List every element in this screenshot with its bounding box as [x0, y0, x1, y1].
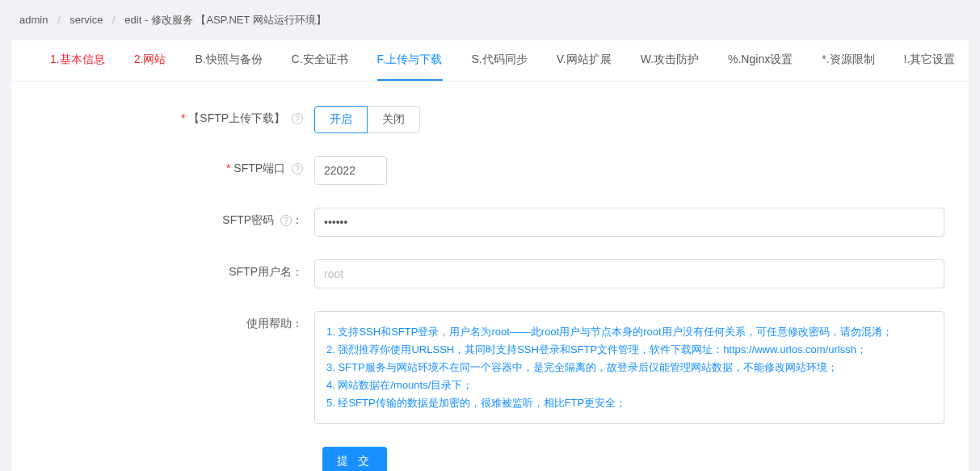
row-sftp-switch: *【SFTP上传下载】 ? 开启 关闭 [36, 106, 944, 133]
tab-codesync[interactable]: S.代码同步 [472, 40, 528, 81]
tab-resource[interactable]: *.资源限制 [822, 40, 874, 81]
sftp-switch-group: 开启 关闭 [314, 106, 420, 133]
breadcrumb: admin / service / edit - 修改服务 【ASP.NET 网… [0, 0, 980, 40]
tab-snapshot[interactable]: B.快照与备份 [195, 40, 262, 81]
tab-website[interactable]: 2.网站 [134, 40, 166, 81]
row-sftp-user: SFTP用户名： [36, 259, 944, 288]
breadcrumb-sep: / [112, 14, 116, 26]
tab-upload[interactable]: F.上传与下载 [377, 40, 443, 81]
label-sftp-user: SFTP用户名： [36, 259, 314, 280]
breadcrumb-sep: / [57, 14, 61, 26]
sftp-password-input[interactable] [314, 208, 944, 237]
help-line: 2. 强烈推荐你使用URLSSH，其同时支持SSH登录和SFTP文件管理，软件下… [326, 341, 932, 359]
submit-row: 提 交 [322, 447, 944, 471]
help-line: 1. 支持SSH和SFTP登录，用户名为root——此root用户与节点本身的r… [326, 323, 932, 341]
label-help: 使用帮助： [36, 311, 314, 331]
sftp-off-button[interactable]: 关闭 [367, 106, 420, 133]
breadcrumb-service[interactable]: service [69, 14, 103, 26]
tabs: 1.基本信息 2.网站 B.快照与备份 C.安全证书 F.上传与下载 S.代码同… [11, 40, 969, 82]
tab-ext[interactable]: V.网站扩展 [557, 40, 612, 81]
help-box: 1. 支持SSH和SFTP登录，用户名为root——此root用户与节点本身的r… [314, 311, 944, 424]
sftp-on-button[interactable]: 开启 [314, 106, 368, 133]
help-icon[interactable]: ? [292, 163, 303, 175]
submit-button[interactable]: 提 交 [322, 447, 387, 471]
tab-nginx[interactable]: %.Nginx设置 [728, 40, 793, 81]
help-line: 4. 网站数据在/mounts/目录下； [326, 376, 932, 394]
form: *【SFTP上传下载】 ? 开启 关闭 *SFTP端口 ? SFTP密码 [11, 82, 969, 471]
tab-defense[interactable]: W.攻击防护 [641, 40, 699, 81]
label-sftp-switch: *【SFTP上传下载】 ? [36, 106, 314, 126]
help-line: 5. 经SFTP传输的数据是加密的，很难被监听，相比FTP更安全； [326, 394, 932, 412]
breadcrumb-admin[interactable]: admin [19, 14, 48, 26]
row-sftp-port: *SFTP端口 ? [36, 156, 944, 185]
tab-cert[interactable]: C.安全证书 [292, 40, 348, 81]
help-line: 3. SFTP服务与网站环境不在同一个容器中，是完全隔离的，故登录后仅能管理网站… [326, 359, 932, 376]
main-panel: 1.基本信息 2.网站 B.快照与备份 C.安全证书 F.上传与下载 S.代码同… [11, 40, 969, 471]
help-icon[interactable]: ? [280, 215, 292, 226]
sftp-user-input [314, 259, 944, 288]
row-help: 使用帮助： 1. 支持SSH和SFTP登录，用户名为root——此root用户与… [36, 311, 944, 424]
row-sftp-password: SFTP密码 ?： [36, 208, 944, 237]
help-icon[interactable]: ? [292, 113, 303, 124]
tab-other[interactable]: !.其它设置 [904, 40, 956, 81]
sftp-port-input[interactable] [314, 156, 387, 185]
breadcrumb-current: edit - 修改服务 【ASP.NET 网站运行环境】 [124, 14, 326, 26]
tab-basic[interactable]: 1.基本信息 [50, 40, 105, 81]
label-sftp-password: SFTP密码 ?： [36, 208, 314, 228]
label-sftp-port: *SFTP端口 ? [36, 156, 314, 176]
